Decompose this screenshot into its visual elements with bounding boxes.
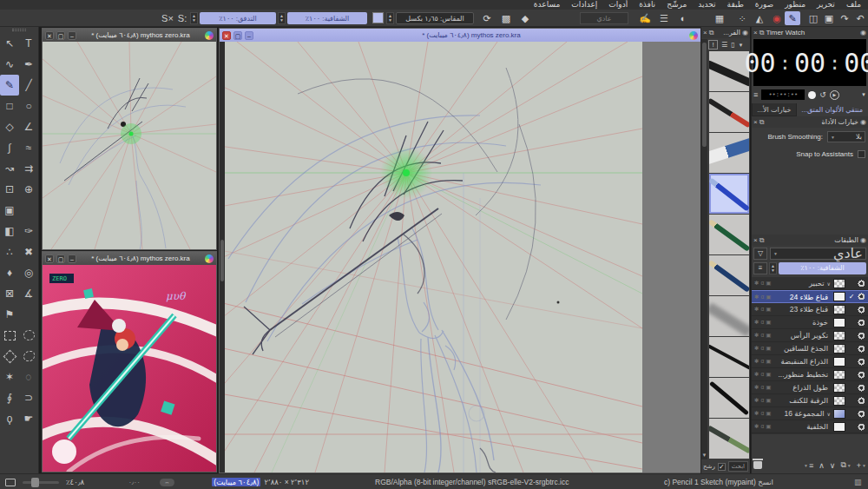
layer-opacity-slider[interactable]: الشفافية: ١٠٠٪ bbox=[779, 262, 866, 274]
toolbox-drag-handle[interactable] bbox=[12, 29, 26, 31]
layer-props-button[interactable]: ▼≡ bbox=[804, 461, 813, 470]
move-layer-up-icon[interactable]: ∧ bbox=[819, 461, 825, 470]
rectangle-tool[interactable]: □ bbox=[0, 96, 19, 116]
visibility-eye-icon[interactable] bbox=[858, 319, 865, 327]
snap-icon[interactable]: ⁘ bbox=[734, 11, 750, 25]
docker-menu-icon[interactable]: ◉ bbox=[860, 236, 866, 244]
ink-pen[interactable] bbox=[709, 337, 749, 377]
fg-bg-colors-icon[interactable]: ◐ bbox=[675, 11, 691, 25]
green-brush-pen[interactable] bbox=[709, 419, 749, 459]
zoom-tool[interactable]: ϙ bbox=[0, 408, 19, 429]
calligraphy-tool[interactable]: ✒ bbox=[19, 54, 38, 75]
gradient-option-icon[interactable]: S: bbox=[174, 11, 190, 25]
layer-name[interactable]: الذراع المنقبضة bbox=[773, 357, 828, 366]
gradient-tool[interactable]: ◧ bbox=[0, 221, 19, 241]
timer-record-icon[interactable] bbox=[808, 91, 816, 99]
layer-name[interactable]: الجذع للساقين bbox=[773, 344, 828, 353]
visibility-eye-icon[interactable] bbox=[858, 397, 865, 405]
scrollbar-thumb[interactable] bbox=[702, 43, 707, 147]
timer-menu-icon[interactable]: ≡ bbox=[753, 90, 758, 99]
preset-warning-icon[interactable]: ! bbox=[708, 40, 718, 50]
float-icon[interactable]: ⧉ bbox=[760, 236, 765, 244]
size-spinner[interactable]: ▲▼ bbox=[386, 12, 394, 24]
layer-row[interactable]: ✓قناع طلاء 24✱α▣ bbox=[752, 290, 868, 303]
layer-row[interactable]: الخلفية✱α▣ bbox=[752, 420, 868, 433]
scrollbar-thumb[interactable] bbox=[220, 240, 224, 281]
group-caret-icon[interactable]: ∨ bbox=[827, 281, 831, 287]
layer-row[interactable]: ∨تحبير✱α▣ bbox=[752, 277, 868, 290]
move-layer-down-icon[interactable]: ∨ bbox=[830, 461, 836, 470]
visibility-eye-icon[interactable] bbox=[858, 371, 865, 379]
enclose-fill-tool[interactable]: ◎ bbox=[19, 262, 38, 283]
eraser-mode-icon[interactable]: ◆ bbox=[517, 11, 533, 25]
docker-menu-icon[interactable]: ◉ bbox=[860, 118, 866, 126]
layer-properties-icon[interactable]: ≡ bbox=[753, 262, 767, 274]
docker-menu-icon[interactable]: ◉ bbox=[860, 29, 866, 36]
zoom-value[interactable]: ٤٠٫٨٪ bbox=[66, 474, 84, 489]
tab-tool-options[interactable]: خيارات الأ... bbox=[752, 103, 796, 116]
canvas-viewport[interactable] bbox=[220, 42, 700, 472]
ellipse-select-tool[interactable] bbox=[19, 325, 38, 346]
green-pencil[interactable] bbox=[709, 215, 749, 254]
timer-dock-header[interactable]: × ⧉ Timer Watch ◉ bbox=[752, 27, 868, 38]
dynamic-brush-tool[interactable]: ↝ bbox=[0, 158, 19, 179]
close-icon[interactable]: × bbox=[753, 118, 758, 126]
brush-mode-icon[interactable]: ✎ bbox=[785, 11, 800, 25]
line-tool[interactable]: ╱ bbox=[19, 75, 38, 96]
layer-name[interactable]: تحبير bbox=[773, 279, 824, 287]
menu-item[interactable]: تحرير bbox=[817, 0, 835, 10]
vertical-scrollbar[interactable] bbox=[220, 42, 225, 472]
transform-tool[interactable]: ⊡ bbox=[0, 179, 19, 200]
layer-row[interactable]: تخطيط منظور...✱α▣ bbox=[752, 368, 868, 381]
layer-name[interactable]: قناع طلاء 23 bbox=[773, 305, 828, 314]
subwindow-sketch[interactable]: ✕ ▢ – mythos zero.kra (٦٠٤٫٨ ميبايت) * bbox=[42, 28, 217, 250]
layer-row[interactable]: قناع طلاء 23✱α▣ bbox=[752, 303, 868, 316]
measure-tool[interactable]: ∡ bbox=[19, 283, 38, 304]
mirror-icon[interactable]: ◭ bbox=[752, 11, 767, 25]
snap-checkbox[interactable] bbox=[858, 150, 865, 158]
subwindow-main[interactable]: ✕ ▢ – mythos zero.kra (٦٠٤٫٨ ميبايت) * bbox=[219, 28, 701, 473]
similar-color-select-tool[interactable]: ◌ bbox=[19, 367, 38, 387]
undo-icon[interactable]: ↶ bbox=[852, 11, 868, 25]
rect-select-tool[interactable] bbox=[0, 325, 19, 346]
canvas-viewport[interactable]: ZERO μυθ bbox=[43, 265, 216, 472]
maximize-icon[interactable]: ▢ bbox=[56, 254, 65, 263]
layer-name[interactable]: تخطيط منظور... bbox=[773, 370, 828, 379]
float-icon[interactable]: ⧉ bbox=[709, 29, 714, 36]
maximize-icon[interactable]: ▢ bbox=[56, 31, 65, 40]
active-titlebar[interactable]: ✕ ▢ – mythos zero.kra (٦٠٤٫٨ ميبايت) * bbox=[220, 29, 700, 42]
wraparound-icon[interactable]: ◫ bbox=[806, 11, 821, 25]
checker-preview-icon[interactable]: ▩ bbox=[498, 11, 514, 25]
color-swatch[interactable] bbox=[372, 12, 384, 23]
text-tool[interactable]: T bbox=[19, 33, 38, 54]
brush-presets-icon[interactable]: ☰ bbox=[656, 11, 672, 25]
dark-blue-pencil[interactable] bbox=[709, 255, 749, 295]
blue-pencil-selected[interactable] bbox=[709, 174, 749, 214]
tab-advanced-color-selector[interactable]: منتقي الألوان المتق... bbox=[796, 103, 868, 116]
crop-tool[interactable]: ▣ bbox=[0, 200, 19, 221]
menu-item[interactable]: أدوات bbox=[608, 0, 628, 10]
pattern-option-icon[interactable]: S× bbox=[160, 11, 175, 25]
polygon-select-tool[interactable] bbox=[0, 346, 19, 367]
minimize-icon[interactable]: – bbox=[245, 31, 253, 40]
opacity-slider[interactable]: الشفافية: ١٠٠٪ bbox=[287, 12, 367, 24]
edit-brush-settings-icon[interactable]: ✍ bbox=[637, 11, 653, 25]
canvas-viewport[interactable] bbox=[43, 42, 216, 249]
flow-slider[interactable]: التدفق: ١٠٠٪ bbox=[200, 12, 276, 24]
smudge-brush[interactable] bbox=[709, 296, 749, 336]
fill-tool[interactable]: ♦ bbox=[0, 262, 19, 283]
polygon-tool[interactable]: ◇ bbox=[0, 116, 19, 137]
colorize-mask-tool[interactable]: ∴ bbox=[0, 241, 19, 262]
menu-item[interactable]: نافذة bbox=[639, 0, 655, 10]
move-tool[interactable]: ⊕ bbox=[19, 179, 38, 200]
brush-dock-header[interactable]: × ⧉ الفر... ◉ bbox=[701, 27, 750, 38]
menu-item[interactable]: مساعدة bbox=[534, 0, 560, 10]
menu-item[interactable]: تحديد bbox=[698, 0, 715, 10]
layer-name[interactable]: قناع طلاء 24 bbox=[773, 293, 828, 301]
freehand-brush-tool[interactable]: ✎ bbox=[0, 75, 19, 96]
visibility-eye-icon[interactable] bbox=[858, 280, 865, 287]
menu-item[interactable]: طبقة bbox=[727, 0, 744, 10]
chevron-down-icon[interactable]: ▼ bbox=[861, 92, 866, 97]
tablet-icon[interactable]: ▯ bbox=[731, 41, 734, 49]
subwindow-illustration[interactable]: ✕ ▢ – mythos zero.kra (٦٠٤٫٨ ميبايت) * bbox=[42, 251, 217, 472]
